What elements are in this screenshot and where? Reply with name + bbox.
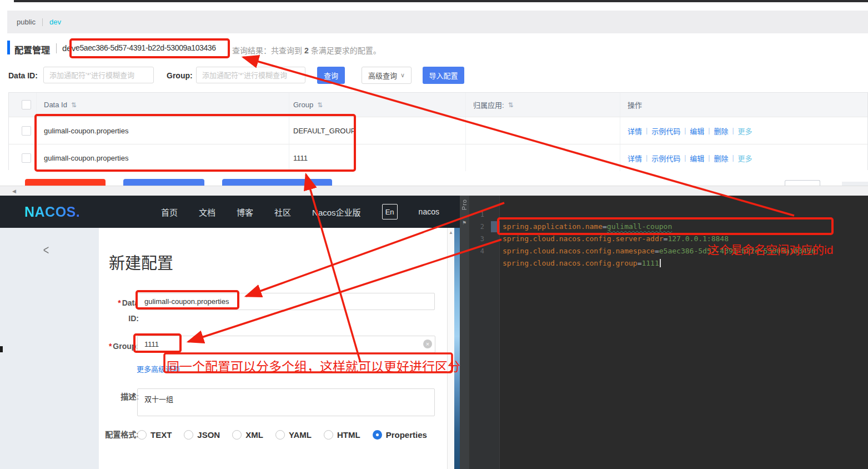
pagination-control-clipped[interactable] (785, 180, 820, 186)
op-divider: | (708, 127, 710, 134)
nacos-nav-menu: 首页 文档 博客 社区 Nacos企业版 En nacos (161, 196, 439, 228)
edit-link[interactable]: 编辑 (690, 126, 704, 136)
screen-edge-artifact (0, 346, 3, 352)
collapse-sidebar-icon[interactable]: < (43, 242, 49, 258)
radio-label: YAML (289, 430, 312, 440)
data-id-search-input[interactable] (43, 67, 154, 83)
group-search-input[interactable] (196, 67, 305, 83)
op-divider: | (684, 127, 686, 134)
language-toggle[interactable]: En (382, 204, 398, 219)
description-textarea[interactable]: 双十一组 (137, 388, 435, 416)
nav-item-community[interactable]: 社区 (274, 206, 291, 218)
property-key: spring.cloud.nacos.config.group (503, 259, 638, 267)
advanced-options-link[interactable]: 更多高级选项 (137, 363, 180, 374)
data-id-field[interactable]: gulimall-coupon.properties (137, 293, 435, 310)
pagination-control-clipped[interactable] (842, 182, 868, 186)
sample-code-link[interactable]: 示例代码 (651, 126, 680, 136)
radio-json[interactable]: JSON (184, 430, 220, 440)
ide-editor: Pro ⚑ 1 spring.application.name=gulimall… (460, 196, 868, 469)
tab-namespace-public[interactable]: public (17, 18, 36, 26)
namespace-id: e5aec386-5d57-4391-b22d-53009a103436 (76, 43, 216, 52)
tab-namespace-dev[interactable]: dev (49, 18, 61, 26)
detail-link[interactable]: 详情 (628, 126, 642, 136)
delete-link[interactable]: 删除 (714, 153, 728, 163)
data-id-value: gulimall-coupon.properties (144, 297, 229, 306)
header-app-label: 归属应用: (473, 99, 504, 110)
sort-icon[interactable]: ⇅ (508, 101, 514, 109)
header-group: Group ⇅ (289, 93, 466, 117)
row-data-id: gulimall-coupon.properties (37, 117, 289, 144)
row-app (466, 117, 620, 144)
sort-icon[interactable]: ⇅ (317, 101, 323, 109)
more-link[interactable]: 更多 (738, 153, 752, 163)
code-line[interactable]: 4 spring.cloud.nacos.config.group=1111 (460, 233, 868, 245)
result-count: 2 (304, 46, 309, 55)
nav-item-enterprise[interactable]: Nacos企业版 (312, 206, 361, 218)
code-line[interactable]: 3 spring.cloud.nacos.config.namespace=e5… (460, 221, 868, 233)
namespace-tabbar: public dev (7, 11, 868, 33)
vertical-scrollbar[interactable]: ▲ (447, 228, 454, 469)
clone-button-clipped[interactable] (222, 179, 332, 186)
op-divider: | (646, 127, 648, 134)
group-search-label: Group: (167, 71, 193, 80)
property-value: 1111 (641, 259, 659, 267)
nav-item-home[interactable]: 首页 (161, 206, 178, 218)
advanced-query-label: 高级查询 (368, 70, 397, 81)
radio-xml[interactable]: XML (232, 430, 263, 440)
row-group: 1111 (289, 144, 466, 171)
username[interactable]: nacos (419, 207, 439, 216)
advanced-query-button[interactable]: 高级查询 ∨ (362, 67, 412, 84)
nacos-logo[interactable]: NACOS. (24, 204, 80, 220)
screenshot-stage: public dev 配置管理 dev e5aec386-5d57-4391-b… (0, 0, 868, 469)
delete-batch-button-clipped[interactable] (25, 179, 106, 186)
text-caret (660, 259, 661, 267)
select-all-cell (9, 93, 37, 117)
radio-circle-icon (137, 430, 147, 440)
import-config-button[interactable]: 导入配置 (423, 67, 464, 84)
group-field[interactable]: 1111 (137, 336, 435, 353)
more-link[interactable]: 更多 (738, 126, 752, 136)
clear-input-icon[interactable]: × (423, 340, 432, 348)
radio-circle-icon (184, 430, 193, 440)
detail-link[interactable]: 详情 (628, 153, 642, 163)
radio-yaml[interactable]: YAML (275, 430, 312, 440)
window-top-edge (14, 0, 868, 2)
scroll-left-icon[interactable]: ◀ (12, 188, 16, 194)
group-value: 1111 (144, 340, 159, 348)
query-button[interactable]: 查询 (317, 67, 345, 84)
header-operations-label: 操作 (628, 99, 642, 110)
row-app (466, 144, 620, 171)
code-line[interactable]: 2 spring.cloud.nacos.config.server-addr=… (460, 208, 868, 221)
sample-code-link[interactable]: 示例代码 (651, 153, 680, 163)
data-id-search-label: Data ID: (8, 71, 38, 80)
result-suffix: 条满足要求的配置。 (311, 46, 381, 55)
nav-item-blog[interactable]: 博客 (237, 206, 253, 218)
required-mark: * (118, 298, 121, 307)
export-button-clipped[interactable] (123, 179, 204, 186)
radio-label: HTML (337, 430, 360, 440)
radio-text[interactable]: TEXT (137, 430, 172, 440)
select-all-checkbox[interactable] (22, 100, 31, 109)
data-id-label-text: Data ID: (122, 298, 139, 323)
table-row: gulimall-coupon.properties 1111 详情|示例代码|… (9, 144, 867, 171)
radio-html[interactable]: HTML (324, 430, 360, 440)
radio-label: Properties (386, 430, 427, 440)
row-checkbox[interactable] (22, 126, 31, 136)
horizontal-scrollbar[interactable]: ◀ (0, 186, 868, 196)
sort-icon[interactable]: ⇅ (71, 101, 77, 109)
delete-link[interactable]: 删除 (714, 126, 728, 136)
left-sidebar (0, 228, 99, 469)
op-divider: | (708, 154, 710, 162)
radio-properties-selected[interactable]: Properties (373, 430, 427, 440)
nav-item-docs[interactable]: 文档 (199, 206, 215, 218)
required-mark: * (109, 342, 112, 351)
code-line[interactable]: 1 spring.application.name=gulimall-coupo… (460, 196, 868, 208)
edit-link[interactable]: 编辑 (690, 153, 704, 163)
radio-label: JSON (197, 430, 220, 440)
scroll-up-icon[interactable]: ▲ (449, 230, 453, 235)
header-group-label: Group (293, 101, 313, 109)
page-title: 配置管理 (14, 43, 50, 56)
row-checkbox[interactable] (22, 153, 31, 163)
config-table: Data Id ⇅ Group ⇅ 归属应用: ⇅ 操作 gulimall-co… (8, 92, 868, 170)
description-value: 双十一组 (144, 395, 173, 403)
